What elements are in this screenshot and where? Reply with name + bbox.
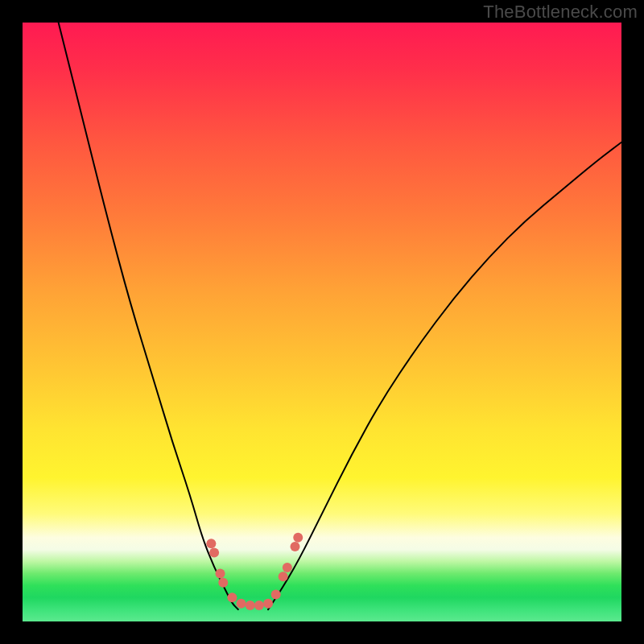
valley-marker-dot	[216, 568, 225, 578]
curve-right	[268, 142, 621, 609]
chart-root: TheBottleneck.com	[0, 0, 644, 644]
valley-marker-dot	[291, 542, 300, 551]
valley-marker-dot	[271, 590, 281, 600]
valley-marker-dot	[246, 601, 255, 610]
valley-marker-dot	[279, 572, 288, 581]
valley-marker-dot	[227, 592, 237, 602]
valley-marker-dot	[293, 533, 303, 543]
curve-left	[59, 23, 238, 609]
valley-marker-dot	[209, 547, 219, 557]
valley-marker-dot	[206, 539, 216, 548]
valley-marker-dot	[218, 578, 228, 588]
watermark-label: TheBottleneck.com	[483, 2, 638, 23]
valley-marker-dot	[263, 599, 273, 609]
valley-markers	[206, 533, 303, 610]
plot-area	[23, 23, 621, 621]
valley-marker-dot	[254, 601, 264, 610]
valley-marker-dot	[237, 599, 246, 609]
curve-layer	[23, 23, 621, 621]
valley-marker-dot	[283, 563, 292, 572]
